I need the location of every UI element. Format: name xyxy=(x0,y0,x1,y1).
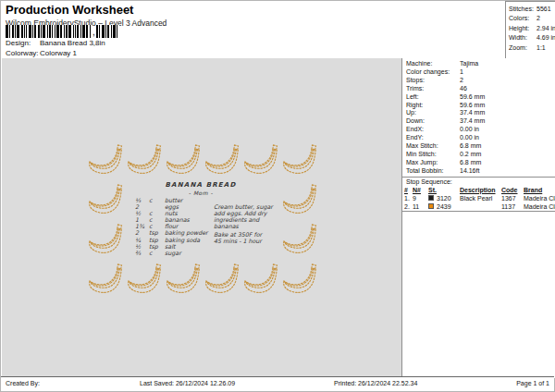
machine-info-value: 6.8 mm xyxy=(460,159,481,165)
divider xyxy=(402,211,555,212)
banana-motif xyxy=(87,222,128,257)
machine-info-value: 59.6 mm xyxy=(460,93,485,100)
stat-row: Zoom:1:1 xyxy=(509,43,555,53)
stop-num: 2. xyxy=(404,202,413,211)
stat-row: Colors:2 xyxy=(509,14,555,23)
stop-sequence-rows: 1. 9 3120 Black Pearl 1367 Madeira Class… xyxy=(402,194,555,211)
ingredient-row: ¼ tsp baking soda xyxy=(135,237,208,243)
machine-info-label: Total Bobbin: xyxy=(406,167,460,176)
machine-info-row: Max Jump:6.8 mm xyxy=(406,159,555,167)
col-description: Description xyxy=(460,186,501,194)
stat-row: Height:2.94 in xyxy=(509,24,555,33)
recipe-subtitle: - Mom - xyxy=(154,190,247,196)
machine-info-row: Stops:2 xyxy=(406,77,555,85)
ingredient-unit xyxy=(149,203,165,210)
ingredient-amount: 1 xyxy=(135,216,149,223)
ingredient-amount: 2 xyxy=(135,229,149,236)
recipe-title: BANANA BREAD xyxy=(154,181,247,189)
stop-needle: 9 xyxy=(413,194,428,202)
created-by-label: Created By: xyxy=(6,380,40,386)
machine-info-label: Min Stitch: xyxy=(406,151,460,159)
thread-brand: Madeira Classic 40 xyxy=(524,202,555,211)
ingredient-amount: 1¾ xyxy=(135,223,149,229)
ingredient-list: ⅓ c butter 2 eggs ½ c nuts 1 xyxy=(135,197,208,256)
stop-num: 1. xyxy=(404,194,413,202)
thread-brand: Madeira Classic 40 xyxy=(524,194,555,202)
stat-label: Colors: xyxy=(509,14,536,23)
machine-info-label: Right: xyxy=(406,102,460,110)
machine-info-value: Tajima xyxy=(460,60,478,67)
machine-info-row: Min Stitch:0.2 mm xyxy=(406,151,555,159)
banana-motif xyxy=(87,182,128,217)
machine-info-row: Total Bobbin:14.16ft xyxy=(406,167,555,176)
design-stats-box: Stitches:5561 Colors:2 Height:2.94 in Wi… xyxy=(505,1,555,60)
stat-value: 5561 xyxy=(536,6,551,12)
ingredient-name: baking powder xyxy=(165,229,208,236)
ingredient-row: 2 tsp baking powder xyxy=(135,229,208,236)
ingredient-row: 2 eggs xyxy=(135,203,208,210)
ingredient-row: ⅓ c butter xyxy=(135,197,208,203)
machine-info-row: Up:37.4 mm xyxy=(406,109,555,117)
machine-info-label: Down: xyxy=(406,117,460,126)
design-row: Design:Banana Bread 3,8in xyxy=(6,39,105,47)
stat-value: 2 xyxy=(536,15,540,21)
thread-color-swatch xyxy=(428,203,434,209)
ingredient-amount: ½ xyxy=(135,243,149,250)
machine-info-label: Up: xyxy=(406,109,460,117)
ingredient-amount: ⅓ xyxy=(135,197,149,203)
colorway-value: Colorway 1 xyxy=(40,49,77,57)
page-number-label: Page 1 of 1 xyxy=(516,380,549,386)
banana-motif xyxy=(242,142,283,178)
thread-code: 1137 xyxy=(501,202,524,211)
machine-info-row: Color changes:1 xyxy=(406,68,555,77)
col-code: Code xyxy=(501,186,524,194)
stop-needle: 11 xyxy=(413,202,428,211)
ingredient-row: 1 c bananas xyxy=(135,216,208,223)
machine-info-label: EndY: xyxy=(406,134,460,142)
stop-sequence-row: 1. 9 3120 Black Pearl 1367 Madeira Class… xyxy=(402,194,555,202)
banana-motif xyxy=(204,142,244,178)
ingredient-name: nuts xyxy=(165,210,208,216)
colorway-row: Colorway:Colorway 1 xyxy=(6,49,77,57)
machine-info-row: Max Stitch:6.8 mm xyxy=(406,142,555,151)
machine-info-label: Color changes: xyxy=(406,68,460,77)
banana-motif xyxy=(281,182,322,217)
machine-info-label: Machine: xyxy=(406,60,460,68)
banana-motif xyxy=(242,262,283,297)
machine-info-value: 59.6 mm xyxy=(460,102,485,108)
banana-motif xyxy=(281,262,322,297)
ingredient-unit: c xyxy=(149,210,165,216)
design-label: Design: xyxy=(6,39,40,47)
footer: Created By: Last Saved: 26/12/2024 12.26… xyxy=(1,376,554,391)
thread-description: Black Pearl xyxy=(460,194,501,202)
machine-info-value: 0.2 mm xyxy=(460,151,481,157)
ingredient-amount: ⅔ xyxy=(135,250,149,256)
ingredient-unit: tsp xyxy=(149,243,165,250)
thread-description xyxy=(460,202,501,211)
stat-row: Stitches:5561 xyxy=(509,5,555,14)
stat-value: 1:1 xyxy=(536,44,546,51)
banana-motif xyxy=(87,142,128,178)
machine-info-row: Machine:Tajima xyxy=(406,60,555,68)
ingredient-name: salt xyxy=(165,243,208,250)
machine-info-value: 46 xyxy=(460,85,467,92)
machine-info-value: 0.00 in xyxy=(460,134,479,141)
banana-motif xyxy=(87,262,128,297)
machine-info-value: 14.16ft xyxy=(460,167,479,174)
ingredient-name: baking soda xyxy=(165,237,208,243)
ingredient-row: ½ tsp salt xyxy=(135,243,208,250)
ingredient-unit: c xyxy=(149,216,165,223)
machine-info-list: Machine:Tajima Color changes:1 Stops:2 T… xyxy=(402,58,555,176)
stat-label: Stitches: xyxy=(509,5,536,14)
machine-info-row: Right:59.6 mm xyxy=(406,102,555,110)
machine-info-value: 0.00 in xyxy=(460,126,479,132)
col-needle: N# xyxy=(413,186,428,194)
ingredient-name: flour xyxy=(165,223,208,229)
machine-info-row: Down:37.4 mm xyxy=(406,117,555,126)
ingredient-unit: tsp xyxy=(149,229,165,236)
last-saved-label: Last Saved: 26/12/2024 12.26.09 xyxy=(140,380,235,386)
stat-row: Width:4.69 in xyxy=(509,33,555,43)
machine-info-value: 1 xyxy=(460,68,463,75)
ingredient-amount: 2 xyxy=(135,203,149,210)
stat-label: Height: xyxy=(509,24,536,33)
